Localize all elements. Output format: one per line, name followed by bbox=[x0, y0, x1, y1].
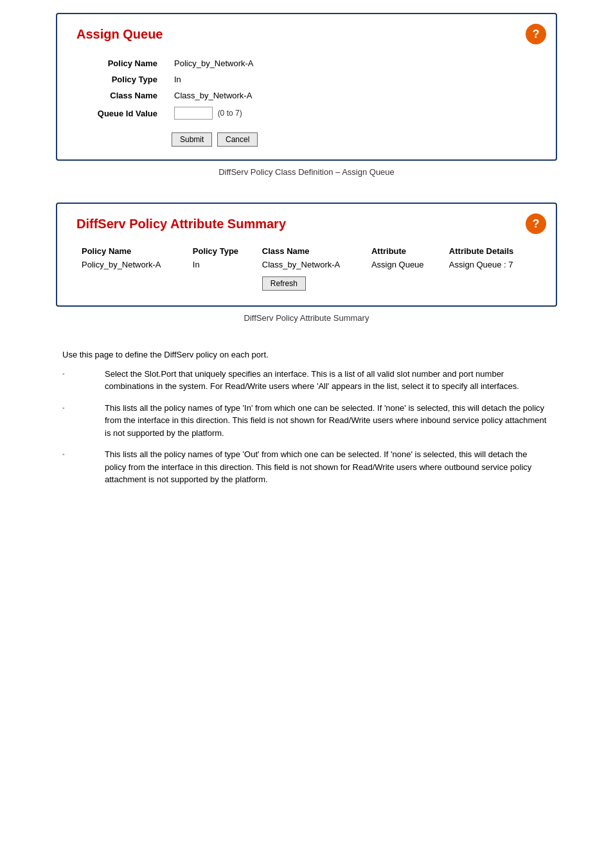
table-row: Policy_by_Network-A In Class_by_Network-… bbox=[76, 258, 537, 271]
assign-queue-help-icon[interactable]: ? bbox=[526, 24, 546, 44]
col-attribute-details: Attribute Details bbox=[444, 244, 537, 258]
row-attribute-details: Assign Queue : 7 bbox=[444, 258, 537, 271]
row-policy-type: In bbox=[188, 258, 257, 271]
description-section: Use this page to define the DiffServ pol… bbox=[56, 348, 557, 486]
queue-id-label: Queue Id Value bbox=[78, 104, 168, 122]
attribute-summary-panel: DiffServ Policy Attribute Summary ? Poli… bbox=[56, 203, 557, 307]
col-policy-name: Policy Name bbox=[76, 244, 188, 258]
refresh-button[interactable]: Refresh bbox=[262, 276, 306, 291]
cancel-button[interactable]: Cancel bbox=[217, 132, 258, 147]
class-name-value: Class_by_Network-A bbox=[169, 88, 535, 103]
list-item: ◦ This lists all the policy names of typ… bbox=[62, 448, 551, 486]
policy-type-value: In bbox=[169, 72, 535, 87]
col-attribute: Attribute bbox=[366, 244, 444, 258]
list-item: ◦ This lists all the policy names of typ… bbox=[62, 402, 551, 440]
assign-queue-caption: DiffServ Policy Class Definition – Assig… bbox=[13, 167, 600, 177]
policy-type-label: Policy Type bbox=[78, 72, 168, 87]
col-class-name: Class Name bbox=[257, 244, 366, 258]
bullet-text-2: This lists all the policy names of type … bbox=[105, 402, 551, 440]
attribute-summary-title: DiffServ Policy Attribute Summary bbox=[76, 217, 537, 231]
bullet-text-3: This lists all the policy names of type … bbox=[105, 448, 551, 486]
queue-id-input[interactable] bbox=[174, 107, 213, 120]
row-policy-name: Policy_by_Network-A bbox=[76, 258, 188, 271]
attribute-summary-table: Policy Name Policy Type Class Name Attri… bbox=[76, 244, 537, 293]
assign-queue-panel: Assign Queue ? Policy Name Policy_by_Net… bbox=[56, 13, 557, 161]
class-name-label: Class Name bbox=[78, 88, 168, 103]
queue-id-range: (0 to 7) bbox=[218, 109, 242, 118]
assign-queue-buttons: Submit Cancel bbox=[76, 132, 537, 147]
attribute-summary-help-icon[interactable]: ? bbox=[526, 213, 546, 234]
list-item: ◦ Select the Slot.Port that uniquely spe… bbox=[62, 368, 551, 393]
assign-queue-title: Assign Queue bbox=[76, 27, 537, 42]
bullet-dot-1: ◦ bbox=[62, 369, 73, 379]
description-intro: Use this page to define the DiffServ pol… bbox=[62, 348, 551, 361]
assign-queue-form: Policy Name Policy_by_Network-A Policy T… bbox=[76, 55, 537, 123]
submit-button[interactable]: Submit bbox=[172, 132, 212, 147]
policy-name-label: Policy Name bbox=[78, 56, 168, 71]
row-class-name: Class_by_Network-A bbox=[257, 258, 366, 271]
refresh-row: Refresh bbox=[76, 271, 537, 293]
bullet-dot-2: ◦ bbox=[62, 403, 73, 413]
col-policy-type: Policy Type bbox=[188, 244, 257, 258]
bullet-text-1: Select the Slot.Port that uniquely speci… bbox=[105, 368, 551, 393]
row-attribute: Assign Queue bbox=[366, 258, 444, 271]
bullet-list: ◦ Select the Slot.Port that uniquely spe… bbox=[62, 368, 551, 486]
bullet-dot-3: ◦ bbox=[62, 449, 73, 459]
policy-name-value: Policy_by_Network-A bbox=[169, 56, 535, 71]
attribute-summary-caption: DiffServ Policy Attribute Summary bbox=[13, 313, 600, 323]
